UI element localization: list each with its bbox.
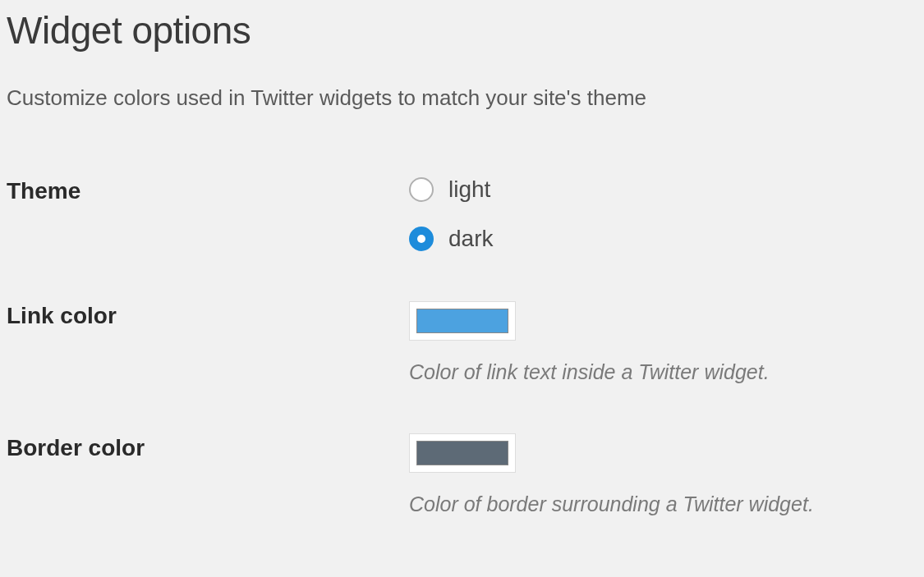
link-color-label: Link color bbox=[7, 301, 409, 329]
theme-label: Theme bbox=[7, 176, 409, 204]
border-color-swatch[interactable] bbox=[416, 441, 508, 465]
theme-option-label: dark bbox=[448, 226, 493, 252]
theme-option-label: light bbox=[448, 176, 490, 203]
theme-option-dark[interactable]: dark bbox=[409, 226, 924, 252]
link-color-swatch-wrapper bbox=[409, 301, 516, 341]
border-color-row: Border color Color of border surrounding… bbox=[0, 433, 924, 516]
link-color-row: Link color Color of link text inside a T… bbox=[0, 301, 924, 384]
theme-row: Theme light dark bbox=[0, 176, 924, 252]
link-color-help: Color of link text inside a Twitter widg… bbox=[409, 360, 924, 384]
border-color-label: Border color bbox=[7, 433, 409, 461]
page-description: Customize colors used in Twitter widgets… bbox=[0, 85, 924, 111]
link-color-swatch[interactable] bbox=[416, 309, 508, 333]
theme-radio-group: light dark bbox=[409, 176, 924, 252]
border-color-help: Color of border surrounding a Twitter wi… bbox=[409, 492, 924, 516]
radio-icon-selected bbox=[409, 227, 434, 251]
theme-option-light[interactable]: light bbox=[409, 176, 924, 203]
border-color-swatch-wrapper bbox=[409, 433, 516, 473]
radio-icon bbox=[409, 177, 434, 202]
page-title: Widget options bbox=[0, 0, 924, 53]
